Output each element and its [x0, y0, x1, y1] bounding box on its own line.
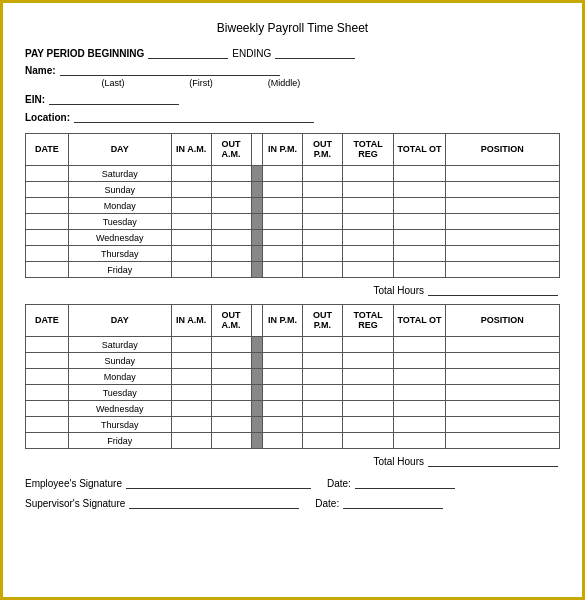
in-am-cell[interactable]: [171, 385, 211, 401]
date-cell[interactable]: [26, 417, 69, 433]
total-ot-cell[interactable]: [394, 198, 445, 214]
in-pm-cell[interactable]: [262, 417, 302, 433]
total-ot-cell[interactable]: [394, 246, 445, 262]
in-am-cell[interactable]: [171, 262, 211, 278]
out-pm-cell[interactable]: [302, 417, 342, 433]
out-pm-cell[interactable]: [302, 246, 342, 262]
in-pm-cell[interactable]: [262, 198, 302, 214]
in-pm-cell[interactable]: [262, 337, 302, 353]
date-cell[interactable]: [26, 369, 69, 385]
in-pm-cell[interactable]: [262, 246, 302, 262]
out-am-cell[interactable]: [211, 214, 251, 230]
employee-date-field[interactable]: [355, 475, 455, 489]
out-pm-cell[interactable]: [302, 182, 342, 198]
location-field[interactable]: [74, 109, 314, 123]
out-pm-cell[interactable]: [302, 198, 342, 214]
out-am-cell[interactable]: [211, 353, 251, 369]
out-pm-cell[interactable]: [302, 337, 342, 353]
in-am-cell[interactable]: [171, 230, 211, 246]
out-pm-cell[interactable]: [302, 353, 342, 369]
position-cell[interactable]: [445, 230, 559, 246]
ein-field[interactable]: [49, 91, 179, 105]
total-ot-cell[interactable]: [394, 385, 445, 401]
in-am-cell[interactable]: [171, 198, 211, 214]
in-am-cell[interactable]: [171, 353, 211, 369]
in-am-cell[interactable]: [171, 337, 211, 353]
employee-sig-field[interactable]: [126, 475, 311, 489]
total-ot-cell[interactable]: [394, 166, 445, 182]
in-pm-cell[interactable]: [262, 166, 302, 182]
total-reg-cell[interactable]: [342, 230, 393, 246]
total-reg-cell[interactable]: [342, 262, 393, 278]
position-cell[interactable]: [445, 353, 559, 369]
total-reg-cell[interactable]: [342, 417, 393, 433]
supervisor-date-field[interactable]: [343, 495, 443, 509]
total-ot-cell[interactable]: [394, 401, 445, 417]
total-hours-field-2[interactable]: [428, 453, 558, 467]
total-reg-cell[interactable]: [342, 198, 393, 214]
date-cell[interactable]: [26, 401, 69, 417]
in-pm-cell[interactable]: [262, 433, 302, 449]
total-ot-cell[interactable]: [394, 417, 445, 433]
position-cell[interactable]: [445, 417, 559, 433]
in-pm-cell[interactable]: [262, 230, 302, 246]
out-pm-cell[interactable]: [302, 230, 342, 246]
in-pm-cell[interactable]: [262, 385, 302, 401]
out-pm-cell[interactable]: [302, 433, 342, 449]
date-cell[interactable]: [26, 433, 69, 449]
in-am-cell[interactable]: [171, 214, 211, 230]
out-am-cell[interactable]: [211, 401, 251, 417]
position-cell[interactable]: [445, 262, 559, 278]
supervisor-sig-field[interactable]: [129, 495, 299, 509]
position-cell[interactable]: [445, 369, 559, 385]
date-cell[interactable]: [26, 385, 69, 401]
position-cell[interactable]: [445, 166, 559, 182]
date-cell[interactable]: [26, 353, 69, 369]
total-ot-cell[interactable]: [394, 214, 445, 230]
total-ot-cell[interactable]: [394, 262, 445, 278]
total-reg-cell[interactable]: [342, 182, 393, 198]
in-pm-cell[interactable]: [262, 182, 302, 198]
in-am-cell[interactable]: [171, 417, 211, 433]
in-pm-cell[interactable]: [262, 369, 302, 385]
date-cell[interactable]: [26, 166, 69, 182]
total-hours-field-1[interactable]: [428, 282, 558, 296]
in-am-cell[interactable]: [171, 401, 211, 417]
out-pm-cell[interactable]: [302, 385, 342, 401]
total-ot-cell[interactable]: [394, 353, 445, 369]
in-am-cell[interactable]: [171, 166, 211, 182]
name-field[interactable]: [60, 62, 280, 76]
ending-field[interactable]: [275, 45, 355, 59]
in-pm-cell[interactable]: [262, 401, 302, 417]
out-am-cell[interactable]: [211, 417, 251, 433]
date-cell[interactable]: [26, 182, 69, 198]
position-cell[interactable]: [445, 337, 559, 353]
out-pm-cell[interactable]: [302, 369, 342, 385]
total-ot-cell[interactable]: [394, 230, 445, 246]
total-ot-cell[interactable]: [394, 369, 445, 385]
out-am-cell[interactable]: [211, 433, 251, 449]
pay-period-beginning-field[interactable]: [148, 45, 228, 59]
total-reg-cell[interactable]: [342, 246, 393, 262]
in-am-cell[interactable]: [171, 182, 211, 198]
position-cell[interactable]: [445, 182, 559, 198]
date-cell[interactable]: [26, 262, 69, 278]
total-reg-cell[interactable]: [342, 385, 393, 401]
in-am-cell[interactable]: [171, 246, 211, 262]
out-am-cell[interactable]: [211, 369, 251, 385]
total-ot-cell[interactable]: [394, 337, 445, 353]
date-cell[interactable]: [26, 214, 69, 230]
in-pm-cell[interactable]: [262, 214, 302, 230]
position-cell[interactable]: [445, 198, 559, 214]
out-am-cell[interactable]: [211, 230, 251, 246]
out-pm-cell[interactable]: [302, 401, 342, 417]
position-cell[interactable]: [445, 214, 559, 230]
out-am-cell[interactable]: [211, 385, 251, 401]
out-pm-cell[interactable]: [302, 262, 342, 278]
out-am-cell[interactable]: [211, 166, 251, 182]
total-reg-cell[interactable]: [342, 166, 393, 182]
date-cell[interactable]: [26, 230, 69, 246]
total-reg-cell[interactable]: [342, 433, 393, 449]
date-cell[interactable]: [26, 246, 69, 262]
in-am-cell[interactable]: [171, 433, 211, 449]
